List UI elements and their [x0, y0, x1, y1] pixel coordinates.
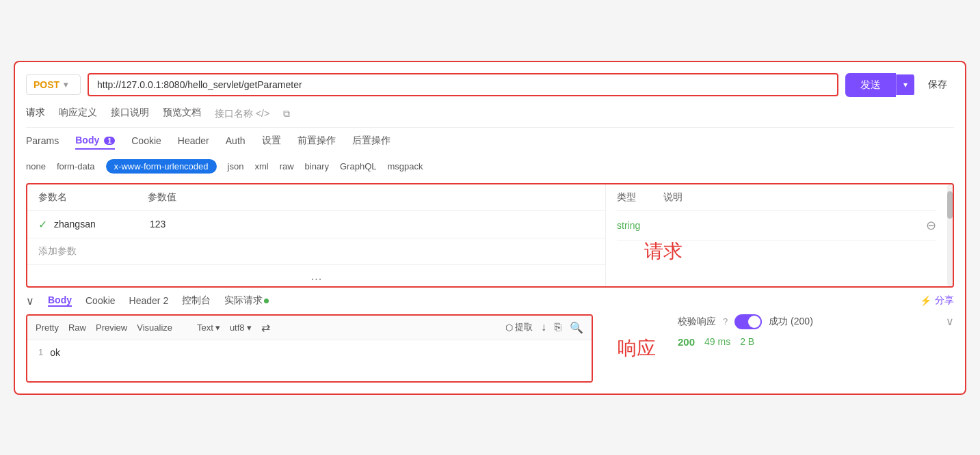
- status-row: 200 49 ms 2 B: [678, 336, 954, 348]
- check-icon[interactable]: ✓: [38, 218, 47, 231]
- share-button[interactable]: ⚡ 分享: [920, 294, 954, 307]
- resp-tab-console[interactable]: 控制台: [182, 294, 211, 307]
- tab1-interface-desc[interactable]: 接口说明: [111, 107, 149, 122]
- send-chevron-button[interactable]: ▾: [896, 74, 914, 95]
- status-time: 49 ms: [704, 336, 730, 347]
- url-bar-row: POST ▾ 发送 ▾ 保存: [26, 73, 954, 97]
- encoding-chevron: ▾: [247, 322, 252, 333]
- body-type-json[interactable]: json: [228, 161, 244, 171]
- tab2-cookie[interactable]: Cookie: [131, 135, 161, 149]
- validate-chevron-icon[interactable]: ∨: [946, 315, 954, 328]
- body-type-urlencoded[interactable]: x-www-form-urlencoded: [106, 159, 217, 174]
- tab1-preview-doc[interactable]: 预览文档: [163, 107, 201, 122]
- validate-help-icon[interactable]: ?: [723, 316, 728, 327]
- param-value[interactable]: 123: [150, 219, 218, 230]
- body-type-row: none form-data x-www-form-urlencoded jso…: [26, 159, 954, 174]
- body-type-msgpack[interactable]: msgpack: [387, 161, 423, 171]
- validate-row: 校验响应 ? 成功 (200) ∨: [678, 314, 954, 329]
- dot-icon: [264, 299, 269, 303]
- tab1-request[interactable]: 请求: [26, 107, 45, 122]
- validate-toggle[interactable]: [734, 314, 762, 329]
- wrap-icon[interactable]: ⇄: [261, 321, 270, 334]
- fmt-actions: ⬡ 提取 ↓ ⎘ 🔍: [505, 321, 583, 334]
- col-value-header: 参数值: [148, 191, 257, 204]
- response-left: Pretty Raw Preview Visualize Text ▾ utf8…: [26, 314, 593, 383]
- body-type-form-data[interactable]: form-data: [57, 161, 95, 171]
- text-format-label: Text: [197, 322, 213, 333]
- text-format-chevron: ▾: [215, 322, 220, 333]
- status-size: 2 B: [740, 336, 754, 347]
- extract-action[interactable]: ⬡ 提取: [505, 321, 533, 333]
- param-type: string: [617, 220, 726, 231]
- response-text: ok: [50, 347, 60, 374]
- annotation-header: 类型 说明: [617, 191, 936, 211]
- response-annotation-label: 响应: [618, 335, 656, 361]
- tab2-post-op[interactable]: 后置操作: [352, 135, 390, 150]
- body-type-none[interactable]: none: [26, 161, 46, 171]
- text-format-dropdown[interactable]: Text ▾: [197, 322, 220, 333]
- copy-response-icon[interactable]: ⎘: [555, 321, 561, 333]
- scrollbar-thumb: [947, 191, 953, 219]
- fmt-visualize[interactable]: Visualize: [137, 322, 172, 333]
- body-type-xml[interactable]: xml: [254, 161, 268, 171]
- main-container: POST ▾ 发送 ▾ 保存 请求 响应定义 接口说明 预览文档 接口名称 </…: [14, 61, 966, 395]
- fmt-pretty[interactable]: Pretty: [36, 322, 59, 333]
- annotation-col-type: 类型: [617, 191, 636, 204]
- body-type-binary[interactable]: binary: [305, 161, 329, 171]
- copy-icon[interactable]: ⧉: [283, 108, 290, 120]
- search-icon[interactable]: 🔍: [570, 321, 583, 334]
- annotation-area: 类型 说明 请求 string ⊖: [605, 184, 947, 286]
- tab2-body[interactable]: Body 1: [75, 135, 115, 150]
- resp-tab-header[interactable]: Header 2: [129, 295, 169, 306]
- body-type-graphql[interactable]: GraphQL: [340, 161, 376, 171]
- status-code: 200: [678, 336, 695, 348]
- tab-row-2: Params Body 1 Cookie Header Auth 设置 前置操作…: [26, 135, 954, 150]
- download-icon[interactable]: ↓: [541, 321, 546, 333]
- resp-tab-cookie[interactable]: Cookie: [85, 295, 116, 306]
- line-number: 1: [38, 347, 43, 374]
- resp-tab-body[interactable]: Body: [48, 294, 72, 307]
- dots-separator: ...: [27, 264, 605, 286]
- tab1-interface-name[interactable]: 接口名称 </>: [215, 108, 269, 120]
- tab2-auth[interactable]: Auth: [226, 135, 246, 149]
- add-param-button[interactable]: 添加参数: [27, 238, 605, 264]
- extract-icon: ⬡: [505, 322, 513, 333]
- tab2-header[interactable]: Header: [178, 135, 209, 149]
- send-btn-group: 发送 ▾: [845, 73, 914, 97]
- collapse-button[interactable]: ∨: [26, 294, 34, 307]
- response-content: 1 ok: [27, 340, 592, 381]
- encoding-dropdown[interactable]: utf8 ▾: [230, 322, 252, 333]
- save-button[interactable]: 保存: [921, 73, 954, 96]
- send-button[interactable]: 发送: [845, 73, 896, 97]
- validate-label: 校验响应: [678, 316, 716, 328]
- extract-label: 提取: [515, 321, 533, 333]
- tab1-response-def[interactable]: 响应定义: [59, 107, 97, 122]
- params-table: 参数名 参数值 ✓ zhangsan 123 添加参数 ...: [27, 184, 605, 286]
- tab2-settings[interactable]: 设置: [262, 135, 281, 150]
- share-label: 分享: [935, 294, 954, 307]
- response-body-area: Pretty Raw Preview Visualize Text ▾ utf8…: [26, 314, 954, 383]
- right-panel: 校验响应 ? 成功 (200) ∨ 200 49 ms 2 B: [667, 314, 954, 383]
- annotation-col-desc: 说明: [663, 191, 683, 204]
- method-chevron-icon: ▾: [64, 80, 68, 89]
- tab2-pre-op[interactable]: 前置操作: [297, 135, 336, 150]
- param-name[interactable]: zhangsan: [54, 219, 150, 230]
- body-type-raw[interactable]: raw: [280, 161, 294, 171]
- response-tabs-row: ∨ Body Cookie Header 2 控制台 实际请求 ⚡ 分享: [26, 294, 954, 307]
- table-row: ✓ zhangsan 123: [27, 211, 605, 238]
- tab2-params[interactable]: Params: [26, 135, 59, 149]
- remove-param-button[interactable]: ⊖: [926, 218, 936, 233]
- fmt-preview[interactable]: Preview: [96, 322, 127, 333]
- resp-tab-actual-request[interactable]: 实际请求: [224, 294, 269, 307]
- col-name-header: 参数名: [38, 191, 148, 204]
- response-section: ∨ Body Cookie Header 2 控制台 实际请求 ⚡ 分享 Pre…: [26, 294, 954, 383]
- tab-row-1: 请求 响应定义 接口说明 预览文档 接口名称 </> ⧉: [26, 107, 954, 128]
- method-selector[interactable]: POST ▾: [26, 74, 81, 95]
- params-table-header: 参数名 参数值: [27, 184, 605, 211]
- share-icon: ⚡: [920, 295, 931, 306]
- success-badge: 成功 (200): [769, 316, 813, 328]
- encoding-label: utf8: [230, 322, 245, 333]
- fmt-raw[interactable]: Raw: [68, 322, 86, 333]
- url-input[interactable]: [88, 73, 838, 96]
- scrollbar[interactable]: [947, 184, 953, 286]
